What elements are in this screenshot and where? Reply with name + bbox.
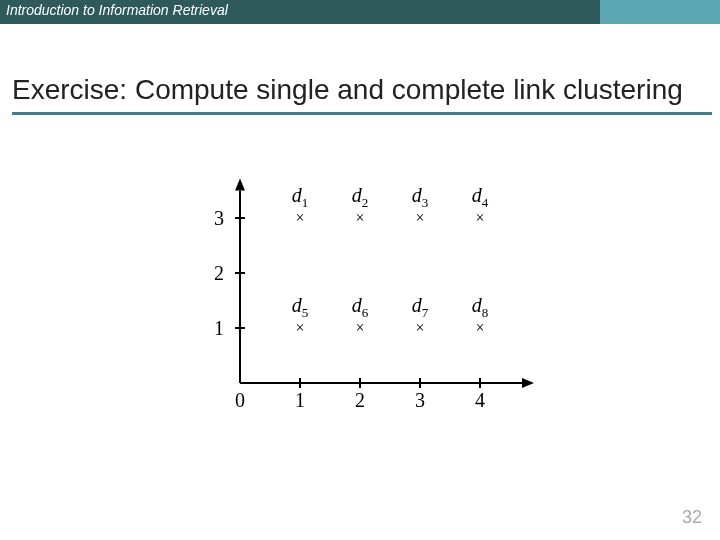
svg-text:1: 1 bbox=[214, 317, 224, 339]
svg-text:d4: d4 bbox=[472, 184, 489, 210]
svg-text:×: × bbox=[355, 319, 364, 336]
svg-text:0: 0 bbox=[235, 389, 245, 411]
title-area: Exercise: Compute single and complete li… bbox=[0, 24, 720, 123]
svg-text:d3: d3 bbox=[412, 184, 429, 210]
svg-text:×: × bbox=[475, 209, 484, 226]
svg-text:d5: d5 bbox=[292, 294, 309, 320]
svg-text:d8: d8 bbox=[472, 294, 489, 320]
svg-text:d2: d2 bbox=[352, 184, 369, 210]
svg-marker-3 bbox=[235, 179, 245, 191]
slide-title: Exercise: Compute single and complete li… bbox=[12, 74, 708, 106]
scatter-plot: 01234123×d1×d2×d3×d4×d5×d6×d7×d8 bbox=[180, 153, 540, 423]
svg-text:d7: d7 bbox=[412, 294, 429, 320]
header-course-title: Introduction to Information Retrieval bbox=[0, 0, 234, 24]
svg-text:3: 3 bbox=[214, 207, 224, 229]
svg-text:×: × bbox=[415, 209, 424, 226]
svg-text:4: 4 bbox=[475, 389, 485, 411]
svg-text:2: 2 bbox=[355, 389, 365, 411]
svg-text:×: × bbox=[415, 319, 424, 336]
svg-text:d6: d6 bbox=[352, 294, 369, 320]
header-bar: Introduction to Information Retrieval bbox=[0, 0, 720, 24]
chart-svg: 01234123×d1×d2×d3×d4×d5×d6×d7×d8 bbox=[180, 153, 540, 423]
svg-marker-2 bbox=[522, 378, 534, 388]
svg-text:d1: d1 bbox=[292, 184, 309, 210]
svg-text:1: 1 bbox=[295, 389, 305, 411]
body-area: 01234123×d1×d2×d3×d4×d5×d6×d7×d8 bbox=[0, 123, 720, 423]
svg-text:2: 2 bbox=[214, 262, 224, 284]
svg-text:×: × bbox=[355, 209, 364, 226]
svg-text:×: × bbox=[475, 319, 484, 336]
svg-text:×: × bbox=[295, 319, 304, 336]
title-underline bbox=[12, 112, 712, 115]
svg-text:×: × bbox=[295, 209, 304, 226]
svg-text:3: 3 bbox=[415, 389, 425, 411]
header-accent bbox=[600, 0, 720, 24]
page-number: 32 bbox=[682, 507, 702, 528]
